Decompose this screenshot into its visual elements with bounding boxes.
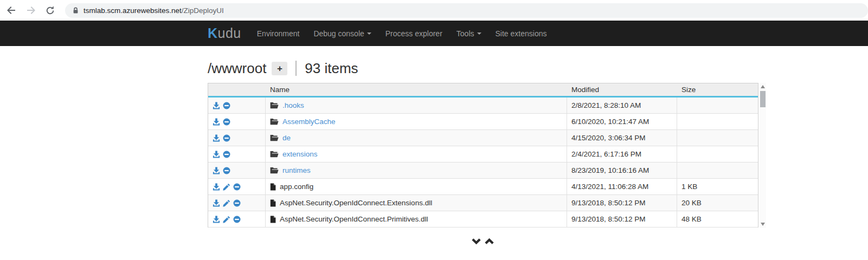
modified-cell: 8/23/2019, 10:16:16 AM — [567, 162, 677, 178]
folder-icon — [270, 167, 279, 174]
nav-item-label: Tools — [456, 29, 474, 38]
header-size[interactable]: Size — [677, 86, 758, 94]
modified-cell: 9/13/2018, 8:50:12 PM — [567, 195, 677, 211]
size-cell — [677, 98, 758, 113]
folder-link[interactable]: AssemblyCache — [282, 118, 336, 126]
back-arrow-icon — [6, 5, 17, 16]
back-button[interactable] — [3, 2, 20, 18]
scroll-up-button[interactable] — [760, 83, 766, 90]
edit-icon[interactable] — [223, 183, 230, 191]
row-actions — [208, 162, 266, 178]
toolbar: /wwwroot + 93 items — [208, 57, 358, 79]
url-text: tsmlab.scm.azurewebsites.net/ZipDeployUI — [83, 6, 224, 15]
file-name: AspNet.Security.OpenIdConnect.Extensions… — [280, 199, 432, 207]
kudu-logo[interactable]: Kudu — [208, 25, 241, 41]
download-icon[interactable] — [213, 118, 220, 126]
row-actions — [208, 98, 266, 113]
scroll-down-button[interactable] — [760, 221, 766, 227]
delete-icon[interactable] — [223, 102, 230, 109]
forward-arrow-icon — [25, 5, 36, 16]
nav-item-label: Debug console — [313, 29, 364, 38]
table-row: .hooks2/8/2021, 8:28:10 AM — [208, 98, 758, 114]
modified-cell: 9/13/2018, 8:50:12 PM — [567, 211, 677, 227]
table-header: Name Modified Size — [208, 83, 758, 98]
size-cell: 48 KB — [677, 211, 758, 227]
forward-button[interactable] — [23, 2, 39, 18]
delete-icon[interactable] — [223, 151, 230, 158]
file-name: AspNet.Security.OpenIdConnect.Primitives… — [280, 215, 428, 223]
nav-item-tools[interactable]: Tools — [449, 21, 488, 46]
header-name[interactable]: Name — [266, 86, 567, 94]
delete-icon[interactable] — [223, 134, 230, 142]
delete-icon[interactable] — [233, 216, 241, 223]
scrollbar-thumb[interactable] — [760, 91, 766, 107]
folder-link[interactable]: de — [282, 134, 291, 142]
table-row: AspNet.Security.OpenIdConnect.Extensions… — [208, 195, 758, 211]
edit-icon[interactable] — [223, 216, 230, 223]
download-icon[interactable] — [213, 151, 220, 158]
item-count-label: 93 items — [305, 60, 358, 77]
row-actions — [208, 211, 266, 227]
size-cell: 1 KB — [677, 179, 758, 194]
size-cell — [677, 114, 758, 129]
row-name-cell: AspNet.Security.OpenIdConnect.Extensions… — [266, 195, 567, 211]
refresh-button[interactable] — [42, 2, 59, 18]
row-name-cell: .hooks — [266, 98, 567, 113]
table-row: AspNet.Security.OpenIdConnect.Primitives… — [208, 211, 758, 227]
table-row: extensions2/4/2021, 6:17:16 PM — [208, 146, 758, 162]
folder-icon — [270, 134, 279, 141]
folder-icon — [270, 102, 279, 109]
nav-item-debug-console[interactable]: Debug console — [306, 21, 378, 46]
modified-cell: 4/15/2020, 3:06:34 PM — [567, 130, 677, 146]
navbar-menu: EnvironmentDebug consoleProcess explorer… — [250, 21, 554, 46]
delete-icon[interactable] — [233, 183, 241, 191]
kudu-logo-k: K — [208, 25, 218, 41]
size-cell — [677, 130, 758, 146]
row-name-cell: app.config — [266, 179, 567, 194]
delete-icon[interactable] — [223, 167, 230, 174]
address-bar[interactable]: tsmlab.scm.azurewebsites.net/ZipDeployUI — [65, 3, 868, 18]
nav-item-site-extensions[interactable]: Site extensions — [488, 21, 554, 46]
file-table: Name Modified Size .hooks2/8/2021, 8:28:… — [208, 83, 758, 227]
download-icon[interactable] — [213, 167, 220, 174]
expand-panel-button[interactable] — [484, 237, 494, 245]
nav-item-label: Environment — [257, 29, 300, 38]
download-icon[interactable] — [213, 134, 220, 142]
row-name-cell: AspNet.Security.OpenIdConnect.Primitives… — [266, 211, 567, 227]
chevron-down-icon — [471, 237, 481, 245]
kudu-logo-rest: udu — [218, 25, 241, 41]
new-item-button[interactable]: + — [272, 62, 287, 75]
edit-icon[interactable] — [223, 199, 230, 207]
size-cell — [677, 146, 758, 162]
nav-item-process-explorer[interactable]: Process explorer — [378, 21, 449, 46]
table-scrollbar[interactable] — [760, 83, 766, 228]
table-row: runtimes8/23/2019, 10:16:16 AM — [208, 162, 758, 179]
collapse-panel-button[interactable] — [471, 237, 481, 245]
table-row: app.config4/13/2021, 11:06:28 AM1 KB — [208, 179, 758, 195]
file-icon — [270, 199, 276, 207]
delete-icon[interactable] — [233, 199, 241, 207]
folder-link[interactable]: extensions — [282, 150, 318, 158]
file-icon — [270, 183, 276, 191]
size-cell — [677, 162, 758, 178]
folder-link[interactable]: .hooks — [282, 101, 304, 109]
header-modified[interactable]: Modified — [567, 86, 677, 94]
row-name-cell: extensions — [266, 146, 567, 162]
file-table-body: .hooks2/8/2021, 8:28:10 AMAssemblyCache6… — [208, 98, 758, 227]
download-icon[interactable] — [213, 216, 220, 223]
file-name: app.config — [280, 183, 313, 191]
folder-link[interactable]: runtimes — [282, 166, 311, 174]
delete-icon[interactable] — [223, 118, 230, 126]
scroll-down-icon — [761, 223, 765, 226]
download-icon[interactable] — [213, 102, 220, 109]
download-icon[interactable] — [213, 183, 220, 191]
lock-icon — [73, 7, 79, 14]
file-browser: Name Modified Size .hooks2/8/2021, 8:28:… — [208, 83, 766, 228]
nav-item-environment[interactable]: Environment — [250, 21, 307, 46]
nav-item-label: Process explorer — [385, 29, 442, 38]
download-icon[interactable] — [213, 199, 220, 207]
nav-item-label: Site extensions — [496, 29, 547, 38]
url-host: tsmlab.scm.azurewebsites.net — [83, 6, 182, 15]
scroll-up-icon — [761, 85, 765, 88]
folder-icon — [270, 151, 279, 158]
